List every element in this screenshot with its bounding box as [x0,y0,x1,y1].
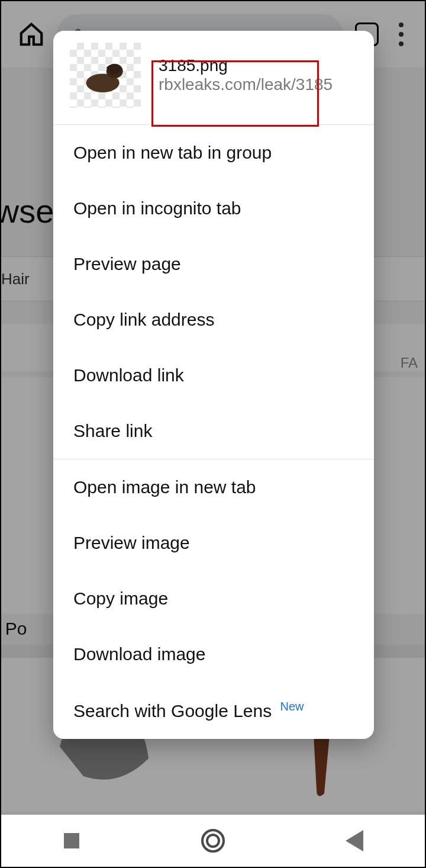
ctx-download-link[interactable]: Download link [53,348,374,403]
ctx-copy-image[interactable]: Copy image [53,571,374,626]
ctx-open-incognito[interactable]: Open in incognito tab [53,181,374,236]
ctx-share-link[interactable]: Share link [53,403,374,459]
new-badge: New [280,700,304,713]
screen: rowse Hair FA LNX Po [0,0,426,868]
ctx-download-image[interactable]: Download image [53,626,374,682]
ctx-search-google-lens[interactable]: Search with Google Lens New [53,682,374,739]
ctx-preview-page[interactable]: Preview page [53,236,374,292]
ctx-preview-image[interactable]: Preview image [53,515,374,571]
ctx-lens-label: Search with Google Lens [73,701,272,721]
context-thumbnail [70,43,141,108]
recent-apps-button[interactable] [60,829,83,853]
annotation-highlight [151,60,319,127]
context-menu: 3185.png rbxleaks.com/leak/3185 Open in … [53,31,374,739]
ctx-copy-link-address[interactable]: Copy link address [53,292,374,348]
home-button[interactable] [201,829,225,853]
ctx-open-image-new-tab[interactable]: Open image in new tab [53,459,374,515]
ctx-open-new-tab-group[interactable]: Open in new tab in group [53,125,374,181]
back-button[interactable] [343,829,366,853]
system-nav-bar [1,815,425,867]
